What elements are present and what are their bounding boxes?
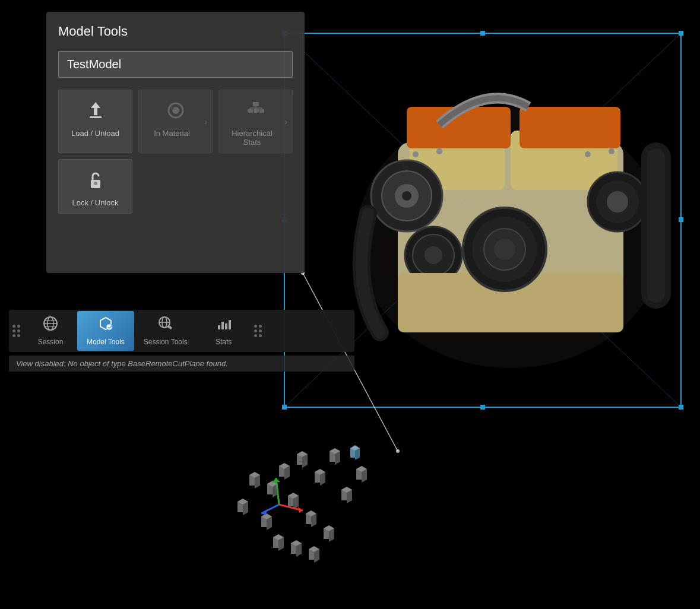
svg-rect-69 bbox=[341, 490, 352, 500]
svg-rect-54 bbox=[288, 496, 299, 506]
toolbar-drag-handle-right[interactable] bbox=[251, 320, 265, 342]
model-name-input[interactable] bbox=[58, 51, 293, 78]
svg-rect-19 bbox=[407, 107, 511, 148]
dot bbox=[259, 325, 262, 328]
svg-point-30 bbox=[607, 191, 628, 212]
hierarchy-icon bbox=[245, 100, 267, 124]
svg-point-25 bbox=[405, 227, 462, 284]
svg-marker-58 bbox=[249, 472, 260, 478]
svg-rect-42 bbox=[279, 466, 290, 477]
material-icon bbox=[165, 100, 186, 124]
tab-session-tools[interactable]: Session Tools bbox=[134, 311, 197, 351]
svg-marker-56 bbox=[293, 496, 299, 509]
svg-point-26 bbox=[413, 234, 454, 276]
stats-icon bbox=[216, 316, 232, 335]
toolbar-drag-handle-left[interactable] bbox=[9, 320, 24, 342]
svg-marker-91 bbox=[309, 546, 319, 552]
bottom-toolbar: Session Model Tools Session Tools bbox=[9, 310, 354, 352]
svg-rect-18 bbox=[511, 131, 617, 190]
svg-marker-43 bbox=[279, 463, 290, 469]
hierarchical-stats-button[interactable]: Hierarchical Stats › bbox=[218, 90, 293, 153]
svg-point-102 bbox=[170, 106, 174, 110]
svg-rect-48 bbox=[315, 472, 325, 483]
svg-marker-59 bbox=[255, 475, 260, 489]
svg-marker-64 bbox=[237, 499, 248, 505]
svg-rect-126 bbox=[229, 320, 231, 329]
svg-point-24 bbox=[402, 191, 411, 201]
svg-rect-66 bbox=[306, 513, 316, 524]
svg-rect-32 bbox=[647, 148, 665, 303]
svg-rect-60 bbox=[330, 451, 340, 462]
lock-unlock-label: Lock / Unlock bbox=[72, 198, 118, 207]
lock-unlock-button[interactable]: Lock / Unlock bbox=[58, 159, 132, 214]
svg-point-28 bbox=[588, 172, 647, 231]
panel-title: Model Tools bbox=[58, 24, 293, 39]
svg-marker-80 bbox=[362, 469, 367, 483]
svg-rect-104 bbox=[248, 109, 253, 113]
svg-rect-87 bbox=[291, 543, 302, 554]
svg-marker-53 bbox=[273, 484, 278, 497]
svg-point-39 bbox=[436, 148, 442, 154]
hierarchical-stats-label: Hierarchical Stats bbox=[224, 129, 280, 147]
svg-marker-61 bbox=[330, 448, 340, 454]
svg-rect-51 bbox=[267, 484, 278, 494]
svg-marker-96 bbox=[272, 478, 280, 483]
in-material-button[interactable]: In Material › bbox=[138, 90, 213, 153]
svg-marker-92 bbox=[314, 549, 319, 563]
session-tools-icon bbox=[158, 316, 173, 335]
svg-marker-77 bbox=[329, 528, 334, 542]
model-tools-label: Model Tools bbox=[87, 338, 125, 346]
svg-point-118 bbox=[106, 324, 112, 330]
svg-marker-68 bbox=[311, 513, 316, 527]
svg-rect-45 bbox=[297, 454, 308, 465]
svg-marker-82 bbox=[350, 445, 360, 451]
svg-marker-67 bbox=[306, 510, 316, 516]
svg-point-41 bbox=[609, 148, 615, 154]
svg-marker-73 bbox=[261, 513, 272, 519]
dot bbox=[259, 329, 262, 332]
svg-marker-98 bbox=[261, 509, 267, 515]
svg-point-29 bbox=[596, 180, 639, 223]
svg-marker-44 bbox=[284, 466, 290, 480]
svg-line-97 bbox=[261, 505, 279, 513]
svg-marker-88 bbox=[291, 540, 302, 546]
svg-rect-8 bbox=[679, 217, 683, 222]
svg-rect-31 bbox=[641, 142, 671, 309]
svg-marker-85 bbox=[273, 534, 284, 540]
dot bbox=[12, 325, 15, 328]
svg-marker-46 bbox=[297, 451, 308, 457]
svg-point-35 bbox=[472, 217, 537, 282]
tab-model-tools[interactable]: Model Tools bbox=[77, 311, 134, 351]
svg-point-112 bbox=[94, 182, 97, 185]
svg-rect-20 bbox=[520, 107, 620, 148]
svg-rect-106 bbox=[259, 109, 264, 113]
svg-marker-70 bbox=[341, 487, 352, 493]
svg-rect-99 bbox=[90, 116, 102, 118]
svg-marker-71 bbox=[347, 490, 352, 503]
session-label: Session bbox=[38, 338, 64, 346]
upload-icon bbox=[85, 100, 106, 124]
dot bbox=[259, 334, 262, 337]
svg-marker-79 bbox=[356, 466, 367, 472]
svg-marker-74 bbox=[267, 516, 272, 530]
svg-rect-124 bbox=[221, 322, 224, 329]
globe-icon bbox=[43, 316, 58, 335]
tab-stats[interactable]: Stats bbox=[197, 311, 251, 351]
chevron-icon: › bbox=[204, 117, 207, 126]
status-message: View disabled: No object of type BaseRem… bbox=[16, 359, 228, 368]
svg-rect-63 bbox=[237, 502, 248, 512]
svg-rect-17 bbox=[410, 131, 505, 190]
tab-session[interactable]: Session bbox=[24, 311, 77, 351]
svg-rect-4 bbox=[679, 405, 683, 410]
svg-rect-3 bbox=[282, 405, 287, 410]
svg-rect-5 bbox=[480, 31, 485, 36]
svg-marker-50 bbox=[320, 472, 325, 486]
svg-point-21 bbox=[371, 160, 442, 231]
svg-rect-103 bbox=[253, 102, 259, 106]
svg-rect-81 bbox=[350, 448, 360, 458]
svg-point-36 bbox=[484, 229, 525, 270]
tools-grid-row1: Load / Unload In Material › bbox=[58, 90, 293, 153]
load-unload-button[interactable]: Load / Unload bbox=[58, 90, 132, 153]
svg-rect-84 bbox=[273, 537, 284, 548]
svg-rect-78 bbox=[356, 469, 367, 480]
